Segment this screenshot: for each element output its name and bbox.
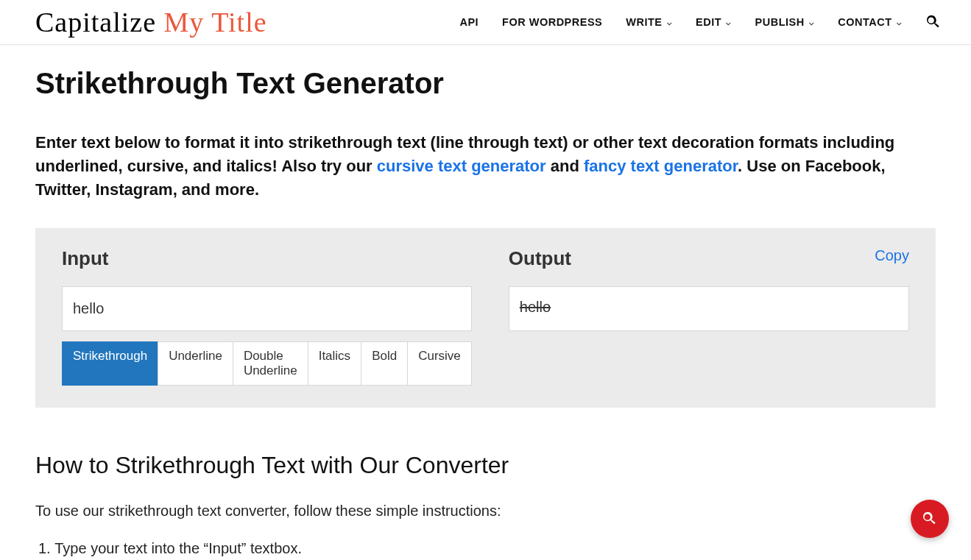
howto-step-1: Type your text into the “Input” textbox. [38,540,936,557]
page-title: Strikethrough Text Generator [35,67,936,100]
chevron-down-icon: ⌵ [897,18,903,27]
tab-bold[interactable]: Bold [361,341,408,386]
nav-item-edit[interactable]: EDIT⌵ [696,16,732,28]
input-column: Input Strikethrough Underline Double Und… [62,247,472,386]
link-cursive-generator[interactable]: cursive text generator [377,157,546,175]
format-tabs: Strikethrough Underline Double Underline… [62,341,472,386]
howto-steps: Type your text into the “Input” textbox. [38,540,936,557]
search-icon [922,511,938,527]
intro-segment: and [546,157,584,175]
nav-item-publish[interactable]: PUBLISH⌵ [755,16,815,28]
howto-heading: How to Strikethrough Text with Our Conve… [35,452,936,479]
site-header: Capitalize My Title API FOR WORDPRESS WR… [0,0,971,45]
output-label: Output [509,247,909,270]
output-textbox[interactable]: hello [509,286,909,331]
nav-item-api[interactable]: API [459,16,479,28]
nav-item-write[interactable]: WRITE⌵ [626,16,672,28]
chevron-down-icon: ⌵ [667,18,673,27]
search-button[interactable] [925,14,942,30]
nav-label: FOR WORDPRESS [502,16,602,28]
floating-search-button[interactable] [911,500,949,538]
link-fancy-generator[interactable]: fancy text generator [584,157,738,175]
generator-panel: Input Strikethrough Underline Double Und… [35,228,936,408]
nav-item-for-wordpress[interactable]: FOR WORDPRESS [502,16,602,28]
intro-text: Enter text below to format it into strik… [35,131,936,202]
tab-cursive[interactable]: Cursive [407,341,472,386]
tab-strikethrough[interactable]: Strikethrough [62,341,158,386]
search-icon [925,14,942,30]
nav-label: PUBLISH [755,16,805,28]
tab-underline[interactable]: Underline [158,341,233,386]
main-nav: API FOR WORDPRESS WRITE⌵ EDIT⌵ PUBLISH⌵ … [459,14,942,30]
nav-label: EDIT [696,16,721,28]
tab-double-underline[interactable]: Double Underline [233,341,308,386]
tab-italics[interactable]: Italics [308,341,361,386]
nav-item-contact[interactable]: CONTACT⌵ [838,16,902,28]
content-area: Strikethrough Text Generator Enter text … [0,45,971,560]
input-textbox[interactable] [62,286,472,331]
chevron-down-icon: ⌵ [726,18,732,27]
chevron-down-icon: ⌵ [809,18,815,27]
logo-part-1: Capitalize [35,7,164,38]
howto-body: To use our strikethrough text converter,… [35,500,551,522]
output-column: Output hello [509,247,909,386]
nav-label: CONTACT [838,16,891,28]
input-label: Input [62,247,472,270]
logo-part-2: My Title [164,7,267,38]
nav-label: API [459,16,479,28]
nav-label: WRITE [626,16,662,28]
site-logo[interactable]: Capitalize My Title [35,6,267,38]
copy-button[interactable]: Copy [875,247,909,264]
